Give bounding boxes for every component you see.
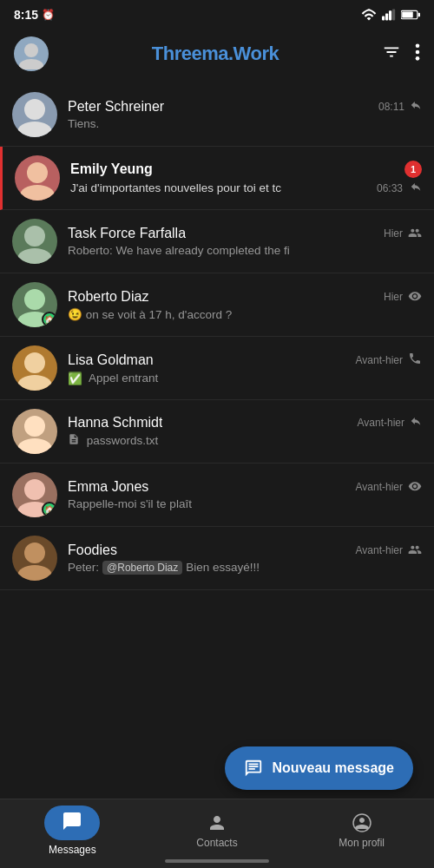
nav-contacts[interactable]: Contacts: [145, 812, 290, 856]
svg-point-7: [24, 43, 38, 57]
signal-icon: [382, 9, 396, 21]
conv-content-lisa: Lisa Goldman Avant-hier ✅ Appel entrant: [68, 352, 422, 385]
conv-item-lisa-goldman[interactable]: Lisa Goldman Avant-hier ✅ Appel entrant: [0, 337, 434, 400]
app-header: Threema.Work: [0, 28, 434, 83]
conversation-list: Peter Schreiner 08:11 Tiens. Emily Yeung…: [0, 83, 434, 590]
svg-point-8: [19, 59, 43, 69]
avatar-hanna: [12, 409, 57, 454]
conv-name: Roberto Diaz: [68, 289, 148, 305]
svg-point-24: [24, 479, 45, 500]
bottom-nav: Messages Contacts Mon profil: [0, 799, 434, 868]
avatar-lisa: [12, 345, 57, 391]
wifi-icon: [361, 9, 377, 21]
contacts-nav-label: Contacts: [196, 837, 237, 849]
svg-point-21: [17, 375, 52, 391]
avatar-farfalla: [12, 219, 57, 264]
svg-point-15: [20, 185, 55, 201]
reply-icon: [410, 99, 422, 115]
fab-label: Nouveau message: [272, 760, 394, 776]
new-message-fab[interactable]: Nouveau message: [225, 746, 413, 790]
avatar-roberto: 🏠: [12, 282, 57, 327]
conv-time: Avant-hier: [358, 417, 404, 429]
conv-preview: passwords.txt: [68, 433, 422, 448]
svg-point-23: [17, 438, 52, 454]
title-main: Threema: [152, 43, 228, 64]
nav-profile[interactable]: Mon profil: [289, 812, 434, 856]
conv-preview: Roberto: We have already completed the f…: [68, 244, 422, 257]
conv-item-emma-jones[interactable]: 🏠 Emma Jones Avant-hier Rappelle-moi s'i…: [0, 464, 434, 527]
messages-nav-label: Messages: [49, 844, 96, 856]
conv-item-foodies[interactable]: Foodies Avant-hier Peter: @Roberto Diaz …: [0, 527, 434, 590]
svg-rect-5: [402, 11, 413, 17]
conv-item-hanna-schmidt[interactable]: Hanna Schmidt Avant-hier passwords.txt: [0, 400, 434, 464]
battery-icon: [401, 10, 420, 20]
avatar-peter: [12, 92, 57, 137]
header-avatar[interactable]: [14, 36, 49, 71]
conv-preview: J'ai d'importantes nouvelles pour toi et…: [70, 181, 422, 195]
conv-item-task-force-farfalla[interactable]: Task Force Farfalla Hier Roberto: We hav…: [0, 210, 434, 273]
alarm-icon: ⏰: [42, 9, 55, 21]
seen-icon: [408, 479, 422, 495]
conv-name: Emma Jones: [68, 479, 148, 495]
svg-point-18: [24, 289, 45, 310]
status-time: 8:15 ⏰: [14, 8, 55, 22]
group-icon: [408, 226, 422, 241]
svg-point-16: [24, 226, 45, 247]
conv-content-emma: Emma Jones Avant-hier Rappelle-moi s'il …: [68, 479, 422, 510]
svg-rect-3: [392, 10, 395, 21]
reply-icon: [410, 181, 422, 195]
conv-name: Lisa Goldman: [68, 352, 154, 368]
avatar-emily: [15, 155, 60, 201]
profile-nav-label: Mon profil: [339, 837, 385, 849]
svg-point-27: [17, 565, 52, 581]
conv-name: Hanna Schmidt: [68, 415, 162, 431]
conv-content-emily: Emily Yeung 1 J'ai d'importantes nouvell…: [70, 161, 422, 195]
conv-preview: ✅ Appel entrant: [68, 372, 422, 385]
conv-time: Hier: [384, 291, 403, 303]
conv-item-peter-schreiner[interactable]: Peter Schreiner 08:11 Tiens.: [0, 83, 434, 147]
status-icons: [361, 9, 420, 21]
svg-point-26: [24, 542, 45, 563]
conv-time: Hier: [384, 227, 403, 240]
time-text: 8:15: [14, 8, 38, 22]
filter-icon[interactable]: [382, 43, 401, 65]
conv-name: Foodies: [68, 542, 117, 558]
conv-name: Emily Yeung: [70, 161, 153, 177]
svg-rect-6: [418, 13, 420, 17]
svg-rect-2: [389, 10, 391, 20]
conv-time: Avant-hier: [356, 544, 403, 556]
svg-point-10: [416, 50, 420, 55]
conv-content-foodies: Foodies Avant-hier Peter: @Roberto Diaz …: [68, 542, 422, 575]
title-accent: .Work: [228, 43, 279, 64]
compose-icon: [244, 759, 263, 778]
conv-content-hanna: Hanna Schmidt Avant-hier passwords.txt: [68, 415, 422, 448]
svg-point-17: [17, 248, 52, 264]
verified-badge-emma: 🏠: [42, 502, 57, 517]
svg-point-12: [24, 99, 45, 120]
svg-rect-1: [385, 13, 388, 20]
reply-icon: [410, 415, 422, 431]
conv-content-peter: Peter Schreiner 08:11 Tiens.: [68, 99, 422, 130]
more-options-icon[interactable]: [415, 43, 420, 65]
svg-point-13: [17, 122, 52, 137]
conv-item-emily-yeung[interactable]: Emily Yeung 1 J'ai d'importantes nouvell…: [0, 147, 434, 210]
svg-point-22: [24, 416, 45, 437]
conv-preview: Peter: @Roberto Diaz Bien essayé!!!: [68, 561, 422, 575]
svg-rect-0: [382, 16, 385, 21]
unread-badge: 1: [404, 161, 422, 178]
nav-messages[interactable]: Messages: [0, 806, 145, 863]
avatar-foodies: [12, 536, 57, 581]
conv-time: 08:11: [378, 101, 404, 113]
call-icon: [408, 352, 422, 369]
file-icon: [68, 433, 80, 448]
conv-preview: Rappelle-moi s'il te plaît: [68, 497, 422, 510]
conv-content-roberto: Roberto Diaz Hier 😉 on se voit à 17 h, d…: [68, 289, 422, 321]
svg-point-11: [416, 56, 420, 61]
conv-name: Task Force Farfalla: [68, 226, 186, 241]
conv-item-roberto-diaz[interactable]: 🏠 Roberto Diaz Hier 😉 on se voit à 17 h,…: [0, 273, 434, 337]
svg-point-14: [27, 162, 48, 183]
svg-point-20: [24, 352, 45, 373]
group-icon: [408, 542, 422, 558]
header-actions: [382, 43, 420, 65]
status-bar: 8:15 ⏰: [0, 0, 434, 28]
